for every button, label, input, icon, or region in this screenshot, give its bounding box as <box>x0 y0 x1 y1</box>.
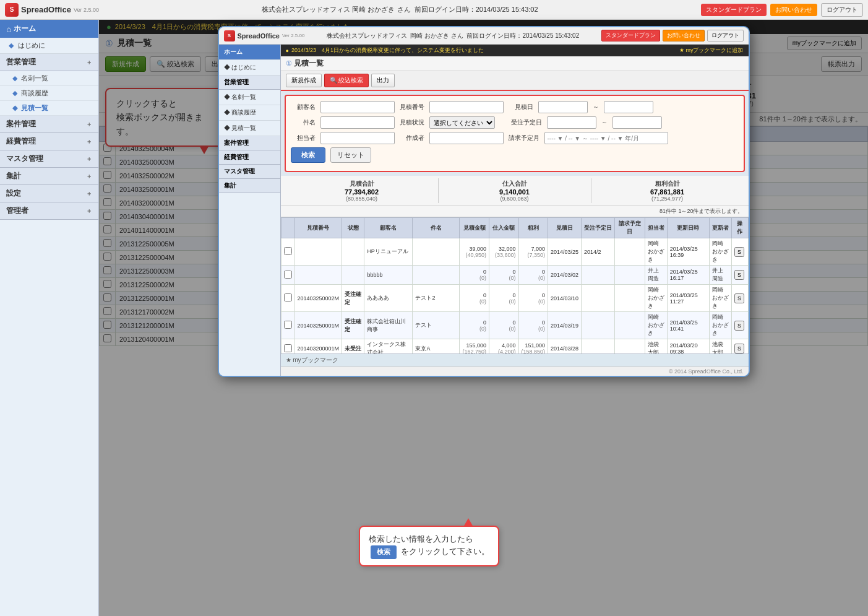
logout-button[interactable]: ログアウト <box>821 3 863 17</box>
modal-row-num: 201403250001M <box>294 312 342 339</box>
input-date-from[interactable] <box>538 101 588 113</box>
modal-row-estdate: 2014/03/10 <box>548 285 582 312</box>
modal-sidebar-sales[interactable]: 営業管理 <box>219 76 280 90</box>
modal-row-receive: 2014/2 <box>582 238 615 266</box>
label-client: 顧客名 <box>291 103 316 111</box>
input-date-to[interactable] <box>604 101 653 113</box>
modal-row-updated: 2014/03/2516:39 <box>667 238 709 266</box>
sidebar-home[interactable]: ⌂ ホーム <box>0 20 98 38</box>
modal-row-updated: 2014/03/2516:17 <box>667 266 709 285</box>
modal-row-op[interactable]: S <box>732 266 748 285</box>
modal-row-op-btn[interactable]: S <box>734 293 744 303</box>
input-client[interactable] <box>320 101 395 113</box>
modal-plan-btn[interactable]: スタンダードプラン <box>601 30 660 41</box>
modal-pagination: 81件中 1～20件まで表示します。 <box>281 206 749 217</box>
sidebar-section-expense[interactable]: 経費管理 ＋ <box>0 133 98 150</box>
modal-row-op[interactable]: S <box>732 238 748 266</box>
modal-new-btn[interactable]: 新規作成 <box>286 74 322 87</box>
modal-sidebar-hajimeni[interactable]: ◆ はじめに <box>219 60 280 76</box>
modal-row-op-btn[interactable]: S <box>734 321 744 331</box>
modal-row-checkbox[interactable] <box>281 312 294 339</box>
modal-row-num: 201403250002M <box>294 285 342 312</box>
modal-sidebar-shodan[interactable]: ◆ 商談履歴 <box>219 105 280 121</box>
modal-summary-purchase: 仕入合計 9,140,001 (9,600,063) <box>439 178 591 203</box>
modal-sidebar-mitsumori[interactable]: ◆ 見積一覧 <box>219 121 280 136</box>
input-creator[interactable] <box>429 132 504 144</box>
modal-header-bar: S SpreadOffice Ver 2.5.00 株式会社スプレッドオフィス … <box>219 27 749 45</box>
modal-table-row[interactable]: HPリニューアル 39,000(40,950) 32,000(33,600) 7… <box>281 238 748 266</box>
input-estimate-no[interactable] <box>429 101 504 113</box>
modal-inquiry-btn[interactable]: お問い合わせ <box>663 30 705 41</box>
modal-sidebar-meishi[interactable]: ◆ 名刺一覧 <box>219 90 280 105</box>
sidebar-section-settings[interactable]: 設定 ＋ <box>0 185 98 202</box>
modal-row-checkbox[interactable] <box>281 266 294 285</box>
callout2-line1: 検索したい情報を入力したら <box>369 534 473 544</box>
input-receive-from[interactable] <box>547 116 596 129</box>
search-row-3: 担当者 作成者 請求予定月 <box>291 132 739 144</box>
label-creator: 作成者 <box>400 134 424 142</box>
sidebar-item-mitsumori[interactable]: ◆ 見積一覧 <box>0 101 98 116</box>
search-row-2: 件名 見積状況 選択してください 受注予定日 ～ <box>291 116 739 129</box>
modal-filter-btn[interactable]: 🔍 絞込検索 <box>324 74 369 87</box>
modal-col-status: 状態 <box>342 218 364 238</box>
modal-row-op[interactable]: S <box>732 285 748 312</box>
modal-row-checkbox[interactable] <box>281 339 294 354</box>
modal-row-status <box>342 266 364 285</box>
label-estimate-date: 見積日 <box>509 103 533 111</box>
modal-page-header: ① 見積一覧 <box>281 56 749 71</box>
modal-table-row[interactable]: 201403250002M 受注確定 ああああ テスト2 0(0) 0(0) 0… <box>281 285 748 312</box>
modal-row-client: ああああ <box>364 285 413 312</box>
input-subject[interactable] <box>320 116 395 129</box>
label-invoice-date: 請求予定月 <box>509 134 539 142</box>
modal-row-checkbox[interactable] <box>281 238 294 266</box>
modal-row-op-btn[interactable]: S <box>734 247 744 257</box>
input-assignee[interactable] <box>320 132 395 144</box>
modal-row-updated: 2014/03/2511:27 <box>667 285 709 312</box>
modal-row-estdate: 2014/03/19 <box>548 312 582 339</box>
modal-sidebar: ホーム ◆ はじめに 営業管理 ◆ 名刺一覧 ◆ 商談履歴 ◆ 見積一覧 案件管… <box>219 45 281 376</box>
callout2-search-btn-label: 検索 <box>371 545 397 559</box>
modal-sidebar-master[interactable]: マスタ管理 <box>219 165 280 179</box>
modal-row-op-btn[interactable]: S <box>734 270 744 280</box>
sidebar-item-shodan[interactable]: ◆ 商談履歴 <box>0 86 98 101</box>
modal-sidebar-project[interactable]: 案件管理 <box>219 136 280 150</box>
modal-row-updater: 岡崎おかざき <box>709 312 731 339</box>
sidebar-section-admin[interactable]: 管理者 ＋ <box>0 202 98 220</box>
modal-row-checkbox[interactable] <box>281 285 294 312</box>
modal-row-op-btn[interactable]: S <box>734 344 744 354</box>
modal-table-row[interactable]: bbbbb 0(0) 0(0) 0(0) 2014/03/02 井上周造 201… <box>281 266 748 285</box>
modal-row-purchase: 32,000(33,600) <box>489 238 518 266</box>
modal-row-op[interactable]: S <box>732 312 748 339</box>
inquiry-button[interactable]: お問い合わせ <box>770 4 817 16</box>
sidebar-item-hajimeni[interactable]: ◆ はじめに <box>0 38 98 54</box>
sidebar-section-sales[interactable]: 営業管理 ＋ <box>0 54 98 71</box>
sidebar-section-project[interactable]: 案件管理 ＋ <box>0 116 98 133</box>
sidebar-section-report[interactable]: 集計 ＋ <box>0 168 98 185</box>
select-status[interactable]: 選択してください <box>429 116 495 129</box>
modal-row-client: インタークス株式会社 <box>364 339 413 354</box>
modal-sidebar-expense[interactable]: 経費管理 <box>219 150 280 165</box>
sidebar-item-meishi[interactable]: ◆ 名刺一覧 <box>0 71 98 86</box>
search-reset-btn[interactable]: リセット <box>330 147 371 163</box>
modal-row-purchase: 0(0) <box>489 266 518 285</box>
modal-col-receive: 受注予定日 <box>582 218 615 238</box>
input-receive-to[interactable] <box>612 116 662 129</box>
modal-export-btn[interactable]: 出力 <box>371 74 395 87</box>
modal-sidebar-report[interactable]: 集計 <box>219 179 280 193</box>
modal-logout-btn[interactable]: ログアウト <box>707 30 744 41</box>
sidebar-section-master[interactable]: マスタ管理 ＋ <box>0 150 98 168</box>
callout2-box: 検索したい情報を入力したら 検索 をクリックして下さい。 <box>359 526 499 566</box>
modal-logo-icon: S <box>224 30 235 41</box>
modal-table-wrapper[interactable]: 見積番号 状態 顧客名 件名 見積金額 仕入金額 粗利 見積日 受注予定日 <box>281 217 749 354</box>
modal-sidebar-home[interactable]: ホーム <box>219 45 280 60</box>
modal-footer: © 2014 SpreadOffice Co., Ltd. <box>281 367 749 376</box>
modal-row-purchase: 0(0) <box>489 285 518 312</box>
input-invoice-date[interactable] <box>544 132 668 144</box>
plan-button[interactable]: スタンダードプラン <box>701 4 767 16</box>
modal-table-row[interactable]: 201403200001M 未受注 インタークス株式会社 東京A 155,000… <box>281 339 748 354</box>
search-execute-btn[interactable]: 検索 <box>291 147 325 163</box>
modal-bookmark-btn[interactable]: ★ myブックマークに追加 <box>679 46 744 54</box>
expand-icon-6: ＋ <box>86 189 92 198</box>
modal-row-op[interactable]: S <box>732 339 748 354</box>
modal-table-row[interactable]: 201403250001M 受注確定 株式会社箱山川商事 テスト 0(0) 0(… <box>281 312 748 339</box>
